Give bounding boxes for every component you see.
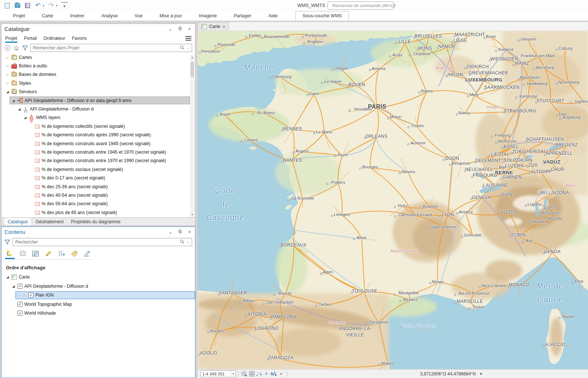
list-by-snapping-icon[interactable] xyxy=(57,249,66,259)
tree-row[interactable]: ✓World Topographic Map xyxy=(1,300,195,309)
expander-collapsed-icon[interactable]: ▷ xyxy=(6,81,10,85)
catalogue-tab-ordinateur[interactable]: Ordinateur xyxy=(43,34,65,43)
search-icon[interactable] xyxy=(180,45,184,51)
dock-tab-catalogue[interactable]: Catalogue xyxy=(4,218,32,225)
coordinates-display[interactable]: 3,8712606°O 44,4786664°N ▼ xyxy=(420,371,483,377)
tree-row[interactable]: % de logements sociaux (secret signalé) xyxy=(1,165,190,174)
tree-row[interactable]: % des 0-17 ans (secret signalé) xyxy=(1,174,190,182)
scale-dropdown[interactable]: 1:4 349 251 ▾ xyxy=(201,370,236,377)
close-icon[interactable]: × xyxy=(187,230,192,235)
map-canvas[interactable]: PenzancePlymouthExeterBournemouthPortsmo… xyxy=(198,31,588,369)
tree-row[interactable]: ▷Cartes xyxy=(1,53,190,62)
expander-collapsed-icon[interactable]: ▷ xyxy=(6,56,10,59)
tree-row[interactable]: ◢API Géoplateforme - Diffusion d on data… xyxy=(1,96,190,105)
expander-expanded-icon[interactable]: ◢ xyxy=(17,107,21,111)
scroll-up-icon[interactable]: ▲ xyxy=(190,55,195,60)
tree-row[interactable]: ▷Styles xyxy=(1,79,190,87)
catalogue-tab-portail[interactable]: Portail xyxy=(24,34,37,43)
list-by-data-source-icon[interactable] xyxy=(18,249,28,259)
expander-expanded-icon[interactable]: ◢ xyxy=(11,284,15,288)
tree-row[interactable]: % de logements collectifs (secret signal… xyxy=(1,122,190,130)
ribbon-tab-projet[interactable]: Projet xyxy=(4,11,33,21)
expander-collapsed-icon[interactable]: ▷ xyxy=(22,293,26,297)
close-icon[interactable]: × xyxy=(187,27,192,32)
graticule-icon[interactable] xyxy=(248,370,255,378)
map-view-tab[interactable]: Carte × xyxy=(198,22,229,31)
north-arrow-icon[interactable]: N xyxy=(270,370,277,378)
list-by-drawing-order-icon[interactable] xyxy=(5,249,15,259)
pane-menu-chevron-icon[interactable]: ⌄ xyxy=(168,27,173,32)
filter-icon[interactable] xyxy=(21,44,29,52)
redo-dropdown-icon[interactable]: ▾ xyxy=(56,4,57,7)
visibility-checkbox[interactable]: ✓ xyxy=(28,293,33,298)
ribbon-tab-mise-jour[interactable]: Mise à jour xyxy=(151,11,190,21)
undo-dropdown-icon[interactable]: ▾ xyxy=(43,4,44,7)
catalogue-search-input[interactable] xyxy=(33,45,178,50)
save-project-icon[interactable] xyxy=(24,2,31,9)
ribbon-tab-vue[interactable]: Vue xyxy=(126,11,151,21)
expander-expanded-icon[interactable]: ◢ xyxy=(6,90,10,94)
catalogue-scrollbar[interactable]: ▲ ▼ xyxy=(190,55,195,217)
snapping-icon[interactable] xyxy=(255,370,263,378)
visibility-checkbox[interactable]: ✓ xyxy=(17,284,22,289)
home-icon[interactable] xyxy=(13,44,20,52)
dock-tab-g-otraitement[interactable]: Géotraitement xyxy=(32,218,67,225)
menu-hamburger-icon[interactable] xyxy=(185,35,191,42)
grid-add-icon[interactable] xyxy=(241,370,248,378)
back-arrow-icon[interactable] xyxy=(4,44,11,52)
expander-collapsed-icon[interactable]: ▷ xyxy=(6,64,10,68)
list-by-perspective-icon[interactable] xyxy=(82,249,92,259)
ribbon-tab-analyse[interactable]: Analyse xyxy=(93,11,126,21)
catalogue-tab-projet[interactable]: Projet xyxy=(5,34,17,43)
pin-icon[interactable] xyxy=(177,27,183,32)
tree-row[interactable]: % de logements construits avant 1945 (se… xyxy=(1,139,190,148)
tree-row[interactable]: % de logements construits entre 1945 et … xyxy=(1,148,190,156)
coordinates-chevron-icon[interactable]: ▼ xyxy=(479,372,483,376)
tree-row[interactable]: ▷Bases de données xyxy=(1,70,190,79)
tree-row[interactable]: ◢Serveurs xyxy=(1,88,190,96)
expander-expanded-icon[interactable]: ◢ xyxy=(23,116,27,119)
dock-tab-propri-t-s-du-diagramme[interactable]: Propriétés du diagramme xyxy=(67,218,124,225)
pause-drawing-icon[interactable] xyxy=(263,370,270,378)
ribbon-tab-imagerie[interactable]: Imagerie xyxy=(191,11,226,21)
open-project-icon[interactable] xyxy=(14,2,21,9)
tree-row[interactable]: % des 25-39 ans (secret signalé) xyxy=(1,182,190,191)
list-by-editing-icon[interactable] xyxy=(44,249,53,259)
tree-row[interactable]: % des 55-64 ans (secret signalé) xyxy=(1,200,190,208)
ribbon-tab-aide[interactable]: Aide xyxy=(260,11,286,21)
visibility-checkbox[interactable]: ✓ xyxy=(17,311,22,316)
tree-row[interactable]: ◢✓API Géoplateforme - Diffusion d xyxy=(1,282,195,291)
tree-row[interactable]: % des plus de 65 ans (secret signalé) xyxy=(1,208,190,216)
command-search-box[interactable]: Recherche de commande (Alt+Q) xyxy=(327,1,394,10)
ribbon-tab-partager[interactable]: Partager xyxy=(225,11,260,21)
expander-collapsed-icon[interactable]: ▷ xyxy=(6,73,10,76)
close-view-icon[interactable]: × xyxy=(223,24,226,29)
ribbon-tab-carte[interactable]: Carte xyxy=(33,11,62,21)
tree-row[interactable]: ◢WMS layers xyxy=(1,113,190,122)
filter-icon[interactable] xyxy=(4,238,11,246)
list-by-labeling-icon[interactable] xyxy=(70,249,79,259)
ribbon-tab-ins-rer[interactable]: Insérer xyxy=(61,11,93,21)
redo-icon[interactable]: ↷ xyxy=(48,2,54,9)
search-options-chevron-icon[interactable]: ⌄ xyxy=(187,240,189,244)
tree-row[interactable]: % de logements construits entre 1970 et … xyxy=(1,157,190,165)
visibility-checkbox[interactable]: ✓ xyxy=(17,302,22,307)
customize-quick-access-icon[interactable]: ▾ xyxy=(61,2,68,9)
search-icon[interactable] xyxy=(180,239,184,245)
ribbon-tab-sous-couche-wms[interactable]: Sous-couche WMS xyxy=(295,11,349,21)
more-chevron-icon[interactable]: ▾ xyxy=(277,370,285,378)
contents-search-input[interactable] xyxy=(15,239,178,245)
expander-expanded-icon[interactable]: ◢ xyxy=(6,275,10,279)
list-by-selection-icon[interactable] xyxy=(31,249,40,259)
catalogue-tab-favoris[interactable]: Favoris xyxy=(72,34,87,43)
scrollbar-thumb[interactable] xyxy=(191,62,194,77)
tree-row[interactable]: % des 40-54 ans (secret signalé) xyxy=(1,191,190,199)
tree-row[interactable]: ▷✓Plan IGN xyxy=(1,291,195,300)
tree-row[interactable]: ▷Boîtes à outils xyxy=(1,62,190,70)
scroll-down-icon[interactable]: ▼ xyxy=(190,212,195,217)
search-options-chevron-icon[interactable]: ⌄ xyxy=(187,46,189,50)
undo-icon[interactable]: ↶ xyxy=(35,2,41,9)
pin-icon[interactable] xyxy=(177,230,183,235)
new-project-icon[interactable] xyxy=(4,2,10,9)
tree-row[interactable]: ✓World Hillshade xyxy=(1,309,195,318)
